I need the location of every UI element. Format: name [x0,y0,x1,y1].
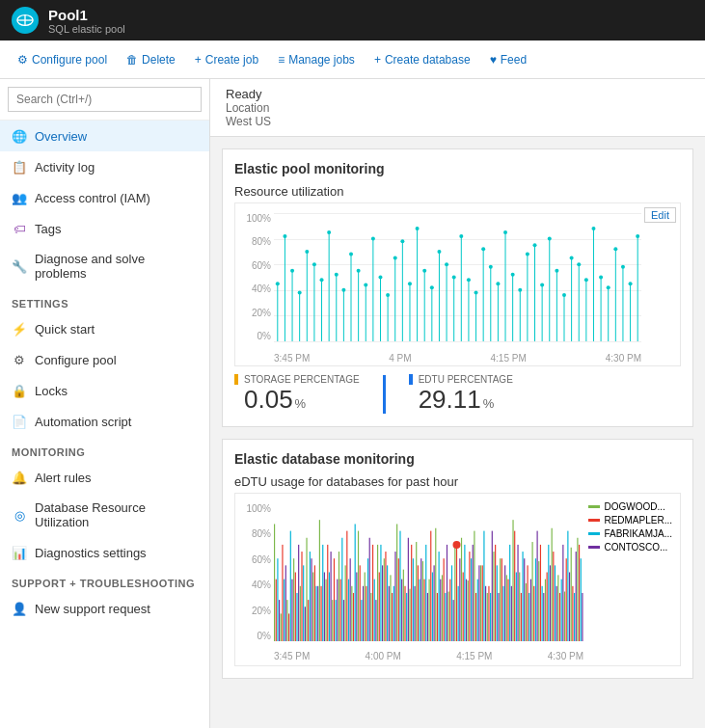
chart-icon: 📊 [12,545,27,560]
monitoring-section-header: MONITORING [0,437,209,462]
sidebar-item-quick-start[interactable]: ⚡ Quick start [0,313,209,344]
support-section-header: SUPPORT + TROUBLESHOOTING [0,568,209,593]
gear2-icon: ⚙ [12,352,27,367]
lock-icon: 🔒 [12,383,27,398]
search-box[interactable] [0,79,209,121]
toolbar: ⚙ Configure pool 🗑 Delete + Create job ≡… [0,40,705,79]
status-ready: Ready [226,87,690,101]
wrench-icon: 🔧 [12,258,27,274]
sidebar-item-diagnostics[interactable]: 📊 Diagnostics settings [0,537,209,568]
app-subtitle: SQL elastic pool [48,23,125,35]
contoso-legend-color [588,546,600,549]
globe-icon: 🌐 [12,128,27,144]
delete-button[interactable]: 🗑 Delete [119,49,183,70]
db-bar-chart-canvas [274,503,583,641]
x-axis-labels-2: 3:45 PM 4:00 PM 4:15 PM 4:30 PM [274,651,583,661]
legend-fabrikam: FABRIKAMJA... [588,528,672,539]
delete-icon: 🗑 [126,53,138,67]
sidebar-item-configure-pool[interactable]: ⚙ Configure pool [0,344,209,375]
main-layout: 🌐 Overview 📋 Activity log 👥 Access contr… [0,79,705,728]
edtu-metric: EDTU PERCENTAGE 29.11 % [409,374,513,415]
resource-util-chart: Edit 100% 80% 60% 40% 20% 0% 3:45 PM [234,202,681,366]
sidebar-item-activity-log[interactable]: 📋 Activity log [0,151,209,182]
status-location-value: West US [226,115,690,128]
search-input[interactable] [8,87,202,112]
list-icon: 📋 [12,159,27,175]
legend-redmapler: REDMAPLER... [588,515,672,526]
app-title: Pool1 [48,7,125,23]
db-monitoring-chart: 100% 80% 60% 40% 20% 0% DOGWOOD... REDM [234,493,681,666]
content-header: Ready Location West US [210,79,705,137]
edtu-label: EDTU PERCENTAGE [409,374,513,385]
script-icon: 📄 [12,414,27,429]
chart-edit-button[interactable]: Edit [644,207,676,223]
people-icon: 👥 [12,190,27,205]
metrics-row: STORAGE PERCENTAGE 0.05 % EDTU PERCENTAG… [234,374,681,415]
y-axis-labels-2: 100% 80% 60% 40% 20% 0% [237,503,271,641]
sidebar-item-new-support[interactable]: 👤 New support request [0,593,209,624]
dogwood-legend-color [588,505,600,508]
sidebar-item-diagnose[interactable]: 🔧 Diagnose and solve problems [0,244,209,288]
alert-icon: 🔔 [12,470,27,485]
sidebar-item-db-resource[interactable]: ◎ Database Resource Utilization [0,493,209,537]
manage-jobs-button[interactable]: ≡ Manage jobs [270,49,363,70]
storage-label: STORAGE PERCENTAGE [234,374,360,385]
pool-monitoring-title: Elastic pool monitoring [234,161,681,176]
person-icon: 👤 [12,601,27,616]
pool-monitoring-card: Elastic pool monitoring Resource utiliza… [222,148,693,427]
gear-icon: ⚙ [17,53,28,67]
sidebar-item-alert-rules[interactable]: 🔔 Alert rules [0,462,209,493]
app-icon [12,7,39,34]
plus-icon: + [195,53,202,67]
plus2-icon: + [374,53,381,67]
status-location: Location [226,101,690,115]
create-database-button[interactable]: + Create database [366,49,478,70]
fabrikam-legend-color [588,532,600,535]
create-job-button[interactable]: + Create job [187,49,266,70]
chart-legend: DOGWOOD... REDMAPLER... FABRIKAMJA... CO… [588,501,672,553]
sidebar: 🌐 Overview 📋 Activity log 👥 Access contr… [0,79,210,728]
sidebar-item-access-control[interactable]: 👥 Access control (IAM) [0,182,209,213]
settings-section-header: SETTINGS [0,288,209,313]
storage-unit: % [295,396,307,411]
redmapler-legend-color [588,519,600,522]
sidebar-item-overview[interactable]: 🌐 Overview [0,121,209,151]
legend-contoso: CONTOSCO... [588,542,672,553]
x-axis-labels: 3:45 PM 4 PM 4:15 PM 4:30 PM [274,353,641,364]
sidebar-item-tags[interactable]: 🏷 Tags [0,213,209,244]
edtu-unit: % [483,396,495,411]
db-monitoring-title: Elastic database monitoring [234,451,681,467]
circle-icon: ◎ [12,507,27,523]
storage-value: 0.05 [244,385,293,415]
tag-icon: 🏷 [12,221,27,236]
header-title-group: Pool1 SQL elastic pool [48,7,125,35]
feed-icon: ♥ [490,53,497,67]
app-header: Pool1 SQL elastic pool [0,0,705,40]
bar-chart-canvas [274,213,641,341]
configure-pool-button[interactable]: ⚙ Configure pool [10,49,115,70]
edtu-value: 29.11 [419,385,481,415]
lightning-icon: ⚡ [12,321,27,337]
feed-button[interactable]: ♥ Feed [482,49,534,70]
sidebar-item-automation-script[interactable]: 📄 Automation script [0,406,209,437]
storage-metric: STORAGE PERCENTAGE 0.05 % [234,374,360,415]
legend-dogwood: DOGWOOD... [588,501,672,512]
sidebar-item-locks[interactable]: 🔒 Locks [0,375,209,406]
y-axis-labels: 100% 80% 60% 40% 20% 0% [237,213,271,341]
db-monitoring-card: Elastic database monitoring eDTU usage f… [222,439,693,679]
list-icon: ≡ [278,53,285,67]
main-content: Ready Location West US Elastic pool moni… [210,79,705,728]
resource-util-title: Resource utilization [234,184,681,199]
edtu-usage-title: eDTU usage for databases for past hour [234,474,681,489]
